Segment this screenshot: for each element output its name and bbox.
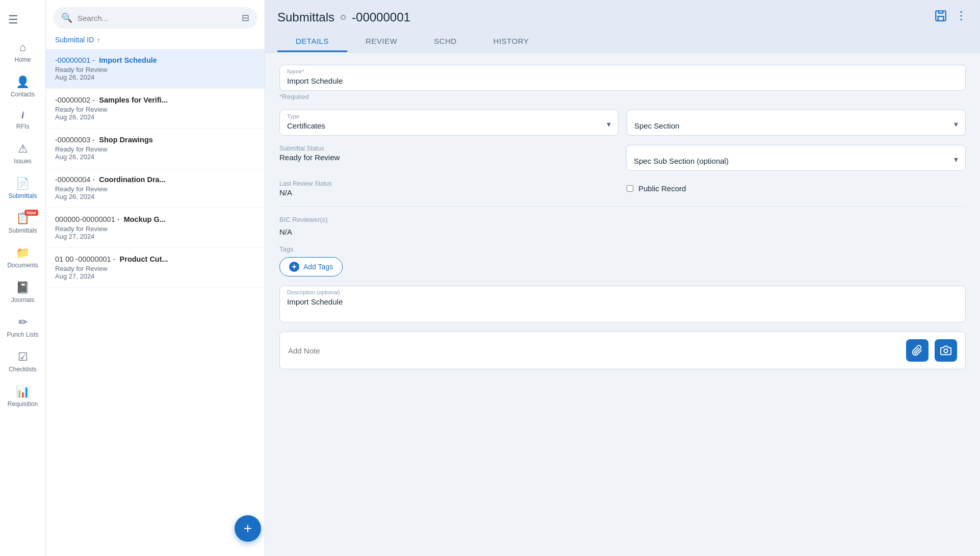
new-badge: New [24, 210, 38, 216]
nav-punch-lists-label: Punch Lists [7, 331, 38, 338]
list-item[interactable]: -00000002 - Samples for Verifi... Ready … [46, 89, 265, 129]
punch-lists-icon: ✏ [18, 316, 28, 329]
tab-schd[interactable]: SCHD [416, 32, 475, 52]
detail-panel: Submittals -00000001 DETAILS REVIE [265, 0, 980, 556]
public-record-checkbox[interactable] [627, 185, 633, 192]
svg-point-4 [944, 349, 947, 352]
nav-contacts[interactable]: 👤 Contacts [3, 70, 43, 103]
item-id: 01 00 -00000001 - [55, 255, 118, 263]
add-tags-button[interactable]: + Add Tags [279, 257, 343, 276]
bic-reviewer-label: BIC Reviewer(s) [279, 216, 966, 223]
tab-details[interactable]: DETAILS [277, 32, 347, 52]
item-id: 000000-00000001 - [55, 215, 122, 223]
public-record-label[interactable]: Public Record [638, 184, 686, 193]
item-date: Aug 26, 2024 [55, 153, 255, 161]
add-tags-label: Add Tags [303, 263, 333, 271]
last-review-label: Last Review Status [279, 180, 618, 187]
nav-documents[interactable]: 📁 Documents [3, 241, 43, 274]
nav-checklists[interactable]: ☑ Checklists [3, 345, 43, 378]
item-status: Ready for Review [55, 106, 255, 113]
item-date: Aug 26, 2024 [55, 73, 255, 81]
type-row: Type Certificates Shop Drawings Samples … [279, 110, 966, 136]
nav-issues[interactable]: ⚠ Issues [3, 137, 43, 170]
journals-icon: 📓 [16, 281, 30, 294]
contacts-icon: 👤 [16, 75, 30, 89]
tab-history[interactable]: HISTORY [475, 32, 548, 52]
required-note: *Required [279, 93, 966, 100]
item-title: -00000003 - Shop Drawings [55, 136, 255, 144]
item-status: Ready for Review [55, 66, 255, 73]
name-field-wrapper: Name* [279, 65, 966, 91]
hamburger-menu[interactable]: ☰ [5, 6, 21, 34]
search-icon: 🔍 [61, 12, 72, 23]
header-actions [934, 9, 968, 26]
rfis-icon: i [21, 110, 24, 121]
list-item[interactable]: -00000004 - Coordination Dra... Ready fo… [46, 168, 265, 208]
list-item[interactable]: -00000003 - Shop Drawings Ready for Revi… [46, 129, 265, 168]
list-item[interactable]: -00000001 - Import Schedule Ready for Re… [46, 49, 265, 89]
list-item[interactable]: 000000-00000001 - Mockup G... Ready for … [46, 208, 265, 248]
list-items: -00000001 - Import Schedule Ready for Re… [46, 49, 265, 556]
last-review-field: Last Review Status N/A [279, 180, 618, 197]
item-title: -00000004 - Coordination Dra... [55, 175, 255, 184]
nav-submittals-new-label: Submittals [8, 227, 37, 234]
nav-home[interactable]: ⌂ Home [3, 36, 43, 68]
tab-review[interactable]: REVIEW [347, 32, 416, 52]
name-input[interactable] [280, 74, 965, 90]
filter-icon[interactable]: ⊟ [242, 12, 249, 23]
home-icon: ⌂ [19, 41, 26, 54]
issues-icon: ⚠ [18, 142, 28, 156]
detail-subtitle: -00000001 [352, 10, 410, 24]
nav-requisition[interactable]: 📊 Requisition [3, 380, 43, 413]
item-name: Samples for Verifi... [99, 96, 168, 104]
last-review-value: N/A [279, 188, 618, 197]
detail-module-name: Submittals [277, 10, 334, 24]
item-name: Coordination Dra... [99, 175, 166, 184]
attach-button[interactable] [906, 339, 929, 362]
item-date: Aug 26, 2024 [55, 193, 255, 200]
camera-button[interactable] [935, 339, 957, 362]
name-label: Name* [280, 65, 965, 74]
public-record-field: Public Record [627, 180, 966, 197]
submittal-status-field: Submittal Status Ready for Review [279, 145, 618, 171]
nav-submittals-new[interactable]: New 📋 Submittals [3, 207, 43, 239]
svg-point-1 [960, 11, 962, 13]
nav-checklists-label: Checklists [9, 366, 37, 373]
item-id: -00000004 - [55, 175, 97, 184]
item-id: -00000002 - [55, 96, 97, 104]
nav-punch-lists[interactable]: ✏ Punch Lists [3, 311, 43, 343]
type-select[interactable]: Certificates Shop Drawings Samples Produ… [280, 119, 618, 135]
note-row [279, 332, 966, 369]
detail-title: Submittals -00000001 [277, 10, 410, 24]
item-date: Aug 27, 2024 [55, 272, 255, 280]
bic-reviewer-value: N/A [279, 228, 966, 236]
add-note-input[interactable] [288, 346, 900, 355]
item-title: -00000002 - Samples for Verifi... [55, 96, 255, 104]
sort-label: Submittal ID [55, 36, 94, 44]
item-status: Ready for Review [55, 265, 255, 272]
checklists-icon: ☑ [18, 350, 28, 364]
search-input[interactable] [78, 14, 237, 22]
spec-sub-section-select[interactable]: Spec Sub Section (optional) [627, 155, 965, 170]
nav-rfis[interactable]: i RFIs [3, 105, 43, 135]
spec-section-wrapper: x Spec Section ▾ [627, 110, 966, 136]
list-item[interactable]: 01 00 -00000001 - Product Cut... Ready f… [46, 248, 265, 288]
description-textarea[interactable]: Import Schedule [280, 295, 965, 322]
more-options-button[interactable] [955, 9, 968, 26]
item-date: Aug 27, 2024 [55, 233, 255, 240]
sort-header[interactable]: Submittal ID ↑ [46, 33, 265, 49]
item-title: -00000001 - Import Schedule [55, 56, 255, 64]
nav-issues-label: Issues [14, 158, 32, 165]
add-submittal-button[interactable]: + [235, 515, 261, 542]
nav-submittals[interactable]: 📄 Submittals [3, 172, 43, 205]
divider [279, 206, 966, 207]
list-panel: 🔍 ⊟ Submittal ID ↑ -00000001 - Import Sc… [46, 0, 265, 556]
item-status: Ready for Review [55, 145, 255, 153]
spec-section-select[interactable]: Spec Section [627, 119, 965, 135]
description-label: Description (optional) [280, 286, 965, 295]
nav-journals[interactable]: 📓 Journals [3, 276, 43, 309]
left-navigation: ☰ ⌂ Home 👤 Contacts i RFIs ⚠ Issues 📄 Su… [0, 0, 46, 556]
save-button[interactable] [934, 9, 947, 26]
submittal-status-label: Submittal Status [279, 145, 618, 152]
documents-icon: 📁 [16, 246, 30, 260]
